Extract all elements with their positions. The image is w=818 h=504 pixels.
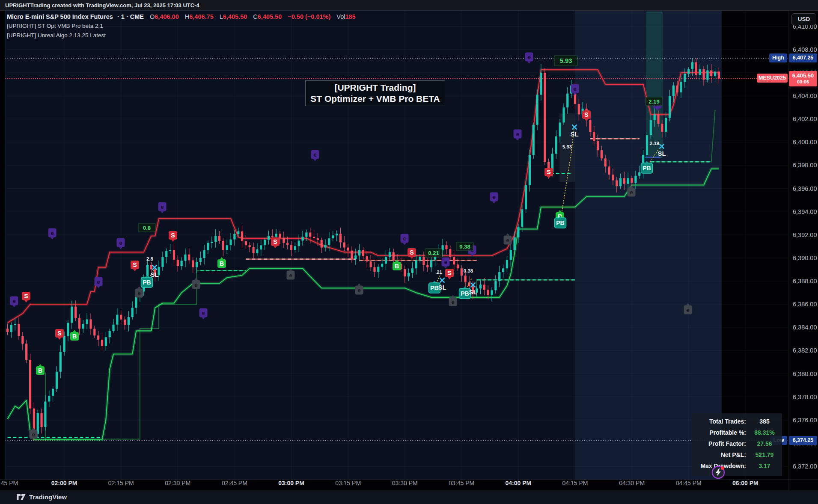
- svg-text:S: S: [24, 293, 28, 299]
- svg-text:e: e: [12, 298, 15, 304]
- svg-text:e: e: [119, 240, 122, 246]
- time-axis-label[interactable]: 02:15 PM: [108, 480, 134, 486]
- svg-text:e: e: [357, 287, 360, 294]
- price-axis-label[interactable]: 6,400.00: [793, 139, 817, 145]
- stat-label: Profit Factor:: [694, 440, 750, 447]
- time-axis-label[interactable]: 04:30 PM: [619, 480, 645, 486]
- high-value: 6,406.75: [189, 13, 213, 20]
- svg-text:0.21: 0.21: [428, 250, 439, 256]
- svg-text:e: e: [444, 259, 447, 265]
- time-axis-label[interactable]: 03:45 PM: [449, 480, 474, 486]
- stats-row-max-drawdown: Max Drawdown: 3.17: [694, 460, 779, 471]
- price-axis-label[interactable]: 6,394.00: [793, 208, 817, 215]
- price-axis-label[interactable]: 6,408.00: [793, 46, 817, 53]
- svg-text:PB: PB: [643, 165, 651, 172]
- price-axis-label[interactable]: 6,404.00: [793, 92, 817, 99]
- tradingview-logo-text: TradingView: [29, 493, 67, 501]
- svg-text:e: e: [202, 310, 205, 316]
- price-axis-label[interactable]: 6,386.00: [793, 301, 817, 308]
- indicator-label: [UPRIGHT] Unreal Algo 2.13.25 Latest: [7, 32, 106, 39]
- svg-text:S: S: [547, 169, 550, 175]
- svg-text:e: e: [630, 189, 633, 196]
- time-axis-label[interactable]: 02:45 PM: [222, 480, 247, 486]
- watermark-line2: ST Optimizer + VMB Pro BETA: [307, 93, 443, 104]
- svg-text:B: B: [72, 333, 77, 340]
- indicator-label: [UPRIGHT] ST Opt VMB Pro beta 2.1: [7, 23, 103, 29]
- low-value: 6,405.50: [223, 13, 247, 20]
- svg-text:SL: SL: [469, 288, 477, 296]
- price-axis-label[interactable]: 6,384.00: [793, 324, 817, 331]
- indicator-legend-unreal-algo[interactable]: [UPRIGHT] Unreal Algo 2.13.25 Latest: [7, 32, 106, 39]
- tradingview-logo[interactable]: TradingView: [16, 493, 67, 501]
- currency-button[interactable]: USD: [791, 13, 816, 25]
- strategy-watermark: [UPRIGHT Trading] ST Optimizer + VMB Pro…: [305, 80, 445, 106]
- low-label: L: [220, 13, 223, 20]
- symbol-header[interactable]: Micro E-mini S&P 500 Index Futures · 1 ·…: [7, 13, 356, 20]
- svg-text:e: e: [194, 282, 197, 288]
- svg-text:S: S: [410, 249, 413, 256]
- svg-text:e: e: [32, 431, 35, 438]
- price-axis-label[interactable]: 6,402.00: [793, 116, 817, 122]
- time-axis-label[interactable]: 03:30 PM: [392, 480, 418, 486]
- svg-text:e: e: [403, 235, 406, 242]
- price-axis-label[interactable]: 6,376.00: [793, 417, 817, 424]
- time-axis-label[interactable]: 02:00 PM: [51, 480, 77, 486]
- stat-value: 88.31%: [750, 429, 779, 436]
- boost-lightning-icon[interactable]: [711, 465, 726, 480]
- time-axis-label[interactable]: 04:15 PM: [562, 480, 588, 486]
- time-axis-label[interactable]: 04:45 PM: [676, 480, 702, 486]
- time-axis-label[interactable]: 02:30 PM: [165, 480, 190, 486]
- stat-label: Total Trades:: [694, 418, 750, 425]
- low-price-value: 6,374.25: [789, 436, 817, 445]
- last-price-badge: 6,405.50 00:06: [789, 71, 817, 86]
- footer-bar: TradingView: [0, 490, 818, 504]
- high-price-value: 6,407.25: [789, 53, 817, 62]
- symbol-name[interactable]: Micro E-mini S&P 500 Index Futures: [7, 13, 113, 20]
- change-value: −0.50 (−0.01%): [288, 13, 330, 20]
- svg-text:SL: SL: [657, 150, 666, 157]
- svg-text:PB: PB: [430, 285, 438, 291]
- svg-text:.21: .21: [435, 270, 443, 275]
- svg-text:PB: PB: [556, 219, 564, 226]
- svg-text:S: S: [273, 238, 277, 245]
- svg-text:SL: SL: [150, 271, 158, 278]
- tradingview-chart-window: eeeeeeeeeeeeeeeeeeeeeeeeSSSSSSSSSBBBBBPB…: [0, 0, 818, 504]
- stat-value: 521.79: [750, 451, 779, 458]
- svg-text:0.8: 0.8: [143, 225, 151, 231]
- price-axis-label[interactable]: 6,380.00: [793, 371, 817, 377]
- volume-value: 185: [345, 13, 355, 20]
- stat-value: 27.56: [750, 440, 779, 447]
- stats-row-profit-factor: Profit Factor: 27.56: [694, 438, 779, 449]
- time-axis-label[interactable]: 06:00 PM: [732, 480, 759, 486]
- svg-text:0.38: 0.38: [459, 243, 470, 250]
- svg-text:B: B: [395, 263, 399, 270]
- price-axis-label[interactable]: 6,372.00: [793, 463, 817, 470]
- watermark-line1: [UPRIGHT Trading]: [307, 82, 443, 93]
- price-axis-label[interactable]: 6,388.00: [793, 278, 817, 285]
- svg-text:B: B: [220, 260, 224, 267]
- price-axis-label[interactable]: 6,398.00: [793, 162, 817, 169]
- time-axis-label[interactable]: 03:15 PM: [335, 480, 361, 486]
- svg-text:e: e: [516, 131, 519, 137]
- time-axis-label[interactable]: 03:00 PM: [278, 480, 304, 486]
- close-value: 6,405.50: [258, 13, 282, 20]
- price-axis-label[interactable]: 6,390.00: [793, 255, 817, 261]
- svg-text:PB: PB: [143, 279, 151, 286]
- price-axis-label[interactable]: 6,382.00: [793, 347, 817, 354]
- marker-pb-badge: PB: [641, 161, 653, 173]
- svg-text:e: e: [97, 279, 100, 285]
- price-axis-label[interactable]: 6,396.00: [793, 185, 817, 192]
- svg-text:e: e: [289, 272, 292, 279]
- contract-tag: MESU2025: [757, 74, 788, 83]
- price-axis-label[interactable]: 6,378.00: [793, 394, 817, 400]
- price-axis-label[interactable]: 6,392.00: [793, 231, 817, 238]
- time-axis-label[interactable]: 45 PM: [1, 480, 18, 486]
- last-price-value: 6,405.50: [789, 72, 817, 79]
- svg-text:S: S: [447, 270, 451, 276]
- stats-row-total-trades: Total Trades: 385: [694, 416, 779, 427]
- indicator-legend-st-opt[interactable]: [UPRIGHT] ST Opt VMB Pro beta 2.1: [7, 23, 103, 29]
- svg-text:5.93: 5.93: [562, 144, 572, 149]
- time-axis-label[interactable]: 04:00 PM: [506, 480, 532, 486]
- svg-text:S: S: [57, 330, 61, 337]
- svg-text:S: S: [133, 261, 137, 268]
